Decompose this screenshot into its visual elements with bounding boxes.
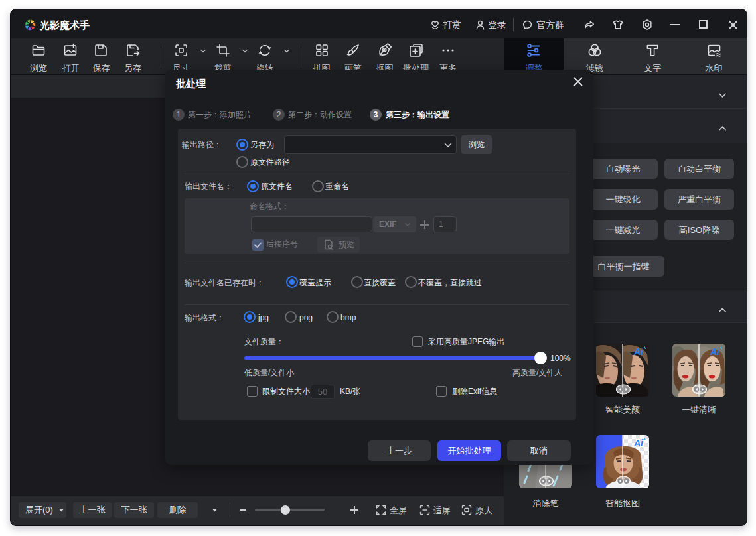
svg-text:Ai: Ai xyxy=(633,438,644,448)
svg-text:Ai: Ai xyxy=(633,346,644,357)
svg-text:Ai: Ai xyxy=(710,346,720,357)
